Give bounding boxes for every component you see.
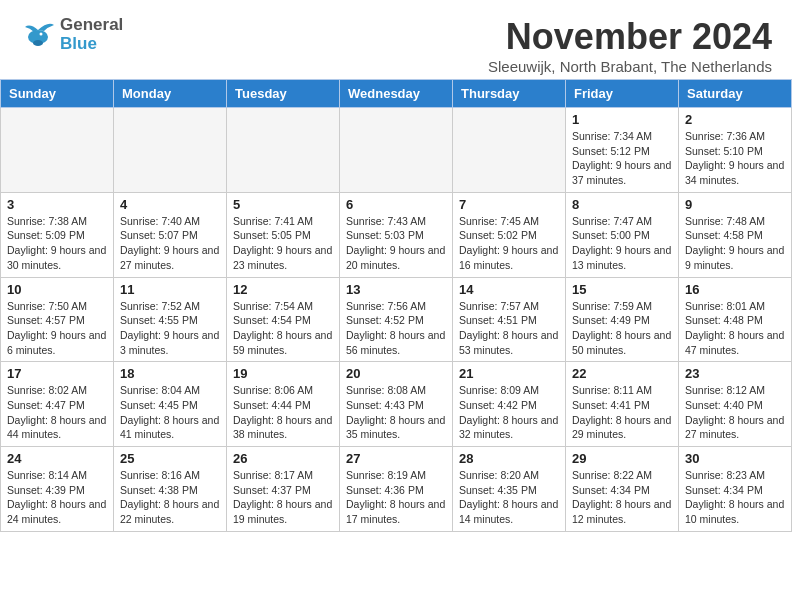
calendar-cell: 28Sunrise: 8:20 AM Sunset: 4:35 PM Dayli… (453, 447, 566, 532)
day-number: 4 (120, 197, 220, 212)
day-number: 10 (7, 282, 107, 297)
day-detail: Sunrise: 8:20 AM Sunset: 4:35 PM Dayligh… (459, 468, 559, 527)
day-detail: Sunrise: 8:01 AM Sunset: 4:48 PM Dayligh… (685, 299, 785, 358)
day-number: 20 (346, 366, 446, 381)
calendar-cell: 26Sunrise: 8:17 AM Sunset: 4:37 PM Dayli… (227, 447, 340, 532)
day-number: 25 (120, 451, 220, 466)
calendar-cell (453, 108, 566, 193)
day-detail: Sunrise: 8:22 AM Sunset: 4:34 PM Dayligh… (572, 468, 672, 527)
calendar-cell: 11Sunrise: 7:52 AM Sunset: 4:55 PM Dayli… (114, 277, 227, 362)
day-detail: Sunrise: 7:50 AM Sunset: 4:57 PM Dayligh… (7, 299, 107, 358)
weekday-header: Wednesday (340, 80, 453, 108)
calendar-cell: 13Sunrise: 7:56 AM Sunset: 4:52 PM Dayli… (340, 277, 453, 362)
calendar-cell: 9Sunrise: 7:48 AM Sunset: 4:58 PM Daylig… (679, 192, 792, 277)
calendar-cell (227, 108, 340, 193)
calendar-cell: 5Sunrise: 7:41 AM Sunset: 5:05 PM Daylig… (227, 192, 340, 277)
day-number: 15 (572, 282, 672, 297)
weekday-header: Thursday (453, 80, 566, 108)
calendar-cell (1, 108, 114, 193)
day-number: 14 (459, 282, 559, 297)
calendar-cell (114, 108, 227, 193)
calendar-cell: 24Sunrise: 8:14 AM Sunset: 4:39 PM Dayli… (1, 447, 114, 532)
day-number: 22 (572, 366, 672, 381)
calendar-cell: 12Sunrise: 7:54 AM Sunset: 4:54 PM Dayli… (227, 277, 340, 362)
day-detail: Sunrise: 8:06 AM Sunset: 4:44 PM Dayligh… (233, 383, 333, 442)
day-detail: Sunrise: 7:43 AM Sunset: 5:03 PM Dayligh… (346, 214, 446, 273)
weekday-header: Tuesday (227, 80, 340, 108)
day-detail: Sunrise: 8:09 AM Sunset: 4:42 PM Dayligh… (459, 383, 559, 442)
day-number: 12 (233, 282, 333, 297)
day-number: 16 (685, 282, 785, 297)
calendar-cell: 10Sunrise: 7:50 AM Sunset: 4:57 PM Dayli… (1, 277, 114, 362)
day-number: 19 (233, 366, 333, 381)
day-number: 8 (572, 197, 672, 212)
calendar-cell: 8Sunrise: 7:47 AM Sunset: 5:00 PM Daylig… (566, 192, 679, 277)
calendar-cell: 3Sunrise: 7:38 AM Sunset: 5:09 PM Daylig… (1, 192, 114, 277)
weekday-header: Monday (114, 80, 227, 108)
day-detail: Sunrise: 8:02 AM Sunset: 4:47 PM Dayligh… (7, 383, 107, 442)
calendar-table: SundayMondayTuesdayWednesdayThursdayFrid… (0, 79, 792, 532)
day-detail: Sunrise: 7:41 AM Sunset: 5:05 PM Dayligh… (233, 214, 333, 273)
day-detail: Sunrise: 7:56 AM Sunset: 4:52 PM Dayligh… (346, 299, 446, 358)
calendar-week-row: 1Sunrise: 7:34 AM Sunset: 5:12 PM Daylig… (1, 108, 792, 193)
calendar-week-row: 10Sunrise: 7:50 AM Sunset: 4:57 PM Dayli… (1, 277, 792, 362)
logo-blue: Blue (60, 35, 123, 54)
calendar-week-row: 24Sunrise: 8:14 AM Sunset: 4:39 PM Dayli… (1, 447, 792, 532)
day-number: 13 (346, 282, 446, 297)
day-detail: Sunrise: 8:16 AM Sunset: 4:38 PM Dayligh… (120, 468, 220, 527)
calendar-cell: 30Sunrise: 8:23 AM Sunset: 4:34 PM Dayli… (679, 447, 792, 532)
day-number: 30 (685, 451, 785, 466)
day-number: 7 (459, 197, 559, 212)
day-number: 23 (685, 366, 785, 381)
day-detail: Sunrise: 7:40 AM Sunset: 5:07 PM Dayligh… (120, 214, 220, 273)
logo-text: General Blue (60, 16, 123, 53)
title-block: November 2024 Sleeuwijk, North Brabant, … (488, 16, 772, 75)
day-detail: Sunrise: 8:19 AM Sunset: 4:36 PM Dayligh… (346, 468, 446, 527)
day-detail: Sunrise: 7:45 AM Sunset: 5:02 PM Dayligh… (459, 214, 559, 273)
calendar-week-row: 17Sunrise: 8:02 AM Sunset: 4:47 PM Dayli… (1, 362, 792, 447)
day-detail: Sunrise: 8:14 AM Sunset: 4:39 PM Dayligh… (7, 468, 107, 527)
calendar-cell: 25Sunrise: 8:16 AM Sunset: 4:38 PM Dayli… (114, 447, 227, 532)
page-header: General Blue November 2024 Sleeuwijk, No… (0, 0, 792, 79)
day-detail: Sunrise: 7:36 AM Sunset: 5:10 PM Dayligh… (685, 129, 785, 188)
calendar-cell: 16Sunrise: 8:01 AM Sunset: 4:48 PM Dayli… (679, 277, 792, 362)
bird-icon (20, 17, 56, 53)
day-number: 21 (459, 366, 559, 381)
calendar-week-row: 3Sunrise: 7:38 AM Sunset: 5:09 PM Daylig… (1, 192, 792, 277)
svg-point-1 (40, 32, 43, 35)
day-number: 6 (346, 197, 446, 212)
calendar-cell: 14Sunrise: 7:57 AM Sunset: 4:51 PM Dayli… (453, 277, 566, 362)
calendar-cell: 23Sunrise: 8:12 AM Sunset: 4:40 PM Dayli… (679, 362, 792, 447)
day-detail: Sunrise: 7:48 AM Sunset: 4:58 PM Dayligh… (685, 214, 785, 273)
day-detail: Sunrise: 7:34 AM Sunset: 5:12 PM Dayligh… (572, 129, 672, 188)
day-number: 28 (459, 451, 559, 466)
calendar-cell: 4Sunrise: 7:40 AM Sunset: 5:07 PM Daylig… (114, 192, 227, 277)
calendar-cell: 20Sunrise: 8:08 AM Sunset: 4:43 PM Dayli… (340, 362, 453, 447)
day-detail: Sunrise: 7:54 AM Sunset: 4:54 PM Dayligh… (233, 299, 333, 358)
day-number: 1 (572, 112, 672, 127)
calendar-cell: 18Sunrise: 8:04 AM Sunset: 4:45 PM Dayli… (114, 362, 227, 447)
calendar-cell: 22Sunrise: 8:11 AM Sunset: 4:41 PM Dayli… (566, 362, 679, 447)
day-detail: Sunrise: 7:47 AM Sunset: 5:00 PM Dayligh… (572, 214, 672, 273)
day-detail: Sunrise: 7:59 AM Sunset: 4:49 PM Dayligh… (572, 299, 672, 358)
day-number: 29 (572, 451, 672, 466)
day-number: 17 (7, 366, 107, 381)
day-detail: Sunrise: 8:17 AM Sunset: 4:37 PM Dayligh… (233, 468, 333, 527)
day-number: 11 (120, 282, 220, 297)
day-detail: Sunrise: 7:52 AM Sunset: 4:55 PM Dayligh… (120, 299, 220, 358)
day-detail: Sunrise: 8:12 AM Sunset: 4:40 PM Dayligh… (685, 383, 785, 442)
day-detail: Sunrise: 8:23 AM Sunset: 4:34 PM Dayligh… (685, 468, 785, 527)
day-number: 27 (346, 451, 446, 466)
day-number: 5 (233, 197, 333, 212)
location: Sleeuwijk, North Brabant, The Netherland… (488, 58, 772, 75)
day-detail: Sunrise: 7:38 AM Sunset: 5:09 PM Dayligh… (7, 214, 107, 273)
calendar-cell: 21Sunrise: 8:09 AM Sunset: 4:42 PM Dayli… (453, 362, 566, 447)
calendar-cell (340, 108, 453, 193)
svg-point-2 (33, 40, 43, 46)
logo: General Blue (20, 16, 123, 53)
calendar-cell: 19Sunrise: 8:06 AM Sunset: 4:44 PM Dayli… (227, 362, 340, 447)
calendar-cell: 7Sunrise: 7:45 AM Sunset: 5:02 PM Daylig… (453, 192, 566, 277)
calendar-cell: 2Sunrise: 7:36 AM Sunset: 5:10 PM Daylig… (679, 108, 792, 193)
day-number: 18 (120, 366, 220, 381)
calendar-header-row: SundayMondayTuesdayWednesdayThursdayFrid… (1, 80, 792, 108)
